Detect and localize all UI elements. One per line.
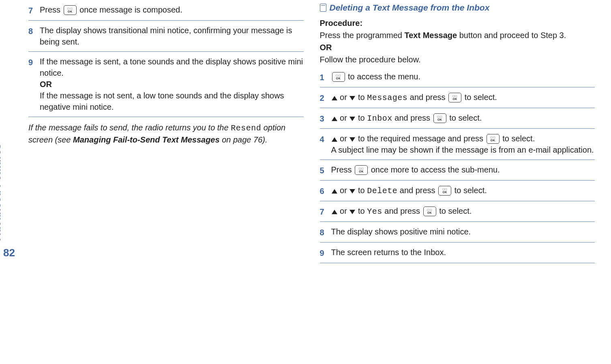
- ok-top: ▢▢: [490, 136, 495, 139]
- step-body: or to Messages and press ▢▢OK to select.: [331, 92, 595, 104]
- resend-code: Resend: [231, 123, 261, 133]
- page-number: 82: [3, 245, 15, 260]
- step-body: or to the required message and press ▢▢O…: [331, 133, 595, 155]
- text: to: [356, 113, 367, 122]
- ok-button-icon: ▢▢OK: [423, 206, 436, 216]
- text: Follow the procedure below.: [320, 54, 595, 65]
- step-7r: 7 or to Yes and press ▢▢OK to select.: [320, 203, 595, 222]
- menu-item: Yes: [367, 207, 382, 216]
- text: to: [356, 186, 367, 195]
- or-label: OR: [40, 79, 304, 90]
- step-body: Press ▢▢ OK once message is composed.: [40, 4, 304, 15]
- text: and press: [407, 93, 448, 102]
- step-9r: 9 The screen returns to the Inbox.: [320, 244, 595, 263]
- text: and press: [392, 113, 433, 122]
- text: Press the programmed: [320, 31, 405, 40]
- ok-button-icon: ▢▢OK: [355, 165, 368, 175]
- text: Press: [40, 5, 63, 14]
- ok-top: ▢▢: [67, 7, 73, 10]
- section-label: Advanced Features: [0, 144, 4, 241]
- menu-item: Messages: [367, 93, 407, 102]
- procedure-intro: Procedure: Press the programmed Text Mes…: [320, 17, 595, 65]
- down-arrow-icon: [349, 189, 355, 194]
- step-number: 4: [320, 133, 331, 145]
- text: or: [338, 206, 349, 215]
- step-body: or to Delete and press ▢▢OK to select.: [331, 185, 595, 197]
- step-number: 2: [320, 92, 331, 104]
- text: and press: [397, 186, 437, 195]
- up-arrow-icon: [332, 137, 337, 142]
- ok-button-icon: ▢▢OK: [332, 72, 345, 82]
- step-body: The screen returns to the Inbox.: [331, 247, 595, 258]
- text: to select.: [462, 93, 497, 102]
- sub-text: A subject line may be shown if the messa…: [331, 144, 595, 155]
- left-column: 7 Press ▢▢ OK once message is composed. …: [28, 2, 304, 265]
- crossref: Managing Fail-to-Send Text Messages: [73, 135, 220, 144]
- text: If the message fails to send, the radio …: [28, 123, 231, 132]
- up-arrow-icon: [332, 96, 337, 100]
- down-arrow-icon: [349, 117, 355, 121]
- note-paragraph: If the message fails to send, the radio …: [28, 122, 304, 145]
- text: to: [356, 206, 367, 215]
- menu-item: Delete: [367, 186, 397, 196]
- text: once more to access the sub-menu.: [369, 165, 500, 174]
- ok-bottom: OK: [427, 211, 432, 215]
- text: or: [338, 113, 349, 122]
- step-8: 8 The display shows transitional mini no…: [28, 22, 304, 52]
- step-5: 5 Press ▢▢OK once more to access the sub…: [320, 162, 595, 181]
- section-heading: Deleting a Text Message from the Inbox: [320, 2, 595, 13]
- step-body: ▢▢OK to access the menu.: [331, 71, 595, 82]
- down-arrow-icon: [349, 210, 355, 214]
- text: or: [338, 186, 349, 195]
- step-number: 5: [320, 164, 331, 176]
- button-ref: Text Message: [404, 31, 457, 40]
- ok-bottom: OK: [336, 77, 341, 80]
- text: and press: [382, 206, 422, 215]
- step-1: 1 ▢▢OK to access the menu.: [320, 68, 595, 87]
- text: to: [356, 93, 367, 102]
- step-7: 7 Press ▢▢ OK once message is composed.: [28, 2, 304, 21]
- heading-text: Deleting a Text Message from the Inbox: [330, 2, 490, 13]
- up-arrow-icon: [332, 210, 337, 214]
- ok-button-icon: ▢▢OK: [433, 113, 446, 123]
- text: to select.: [452, 186, 487, 195]
- ok-button-icon: ▢▢OK: [438, 186, 451, 196]
- step-number: 1: [320, 71, 331, 83]
- left-margin: Advanced Features 82: [0, 0, 28, 265]
- step-body: or to Inbox and press ▢▢OK to select.: [331, 112, 595, 124]
- page: Advanced Features 82 7 Press ▢▢ OK once …: [0, 0, 611, 265]
- step-number: 8: [320, 226, 331, 238]
- text: If the message is sent, a tone sounds an…: [40, 56, 304, 79]
- ok-bottom: OK: [437, 118, 442, 121]
- ok-button-icon: ▢▢ OK: [64, 5, 77, 15]
- procedure-label: Procedure:: [320, 19, 363, 28]
- step-number: 9: [320, 247, 331, 259]
- step-number: 7: [28, 4, 40, 16]
- text: button and proceed to Step 3.: [457, 31, 566, 40]
- text: or: [338, 93, 349, 102]
- ok-button-icon: ▢▢OK: [448, 93, 461, 102]
- down-arrow-icon: [349, 137, 355, 142]
- text: to access the menu.: [348, 72, 420, 81]
- ok-top: ▢▢: [359, 167, 364, 170]
- step-6: 6 or to Delete and press ▢▢OK to select.: [320, 182, 595, 201]
- text: once message is composed.: [79, 5, 182, 14]
- text: or: [338, 134, 349, 143]
- text: Press: [331, 165, 354, 174]
- ok-bottom: OK: [442, 191, 447, 194]
- ok-top: ▢▢: [427, 208, 432, 211]
- text: If the message is not sent, a low tone s…: [40, 90, 304, 113]
- ok-top: ▢▢: [437, 115, 442, 118]
- step-4: 4 or to the required message and press ▢…: [320, 130, 595, 160]
- text: to the required message and press: [356, 134, 485, 143]
- up-arrow-icon: [332, 189, 337, 194]
- ok-top: ▢▢: [452, 94, 458, 98]
- step-8r: 8 The display shows positive mini notice…: [320, 224, 595, 243]
- menu-item: Inbox: [367, 114, 392, 123]
- step-number: 6: [320, 185, 331, 197]
- text: to select.: [500, 134, 535, 143]
- step-2: 2 or to Messages and press ▢▢OK to selec…: [320, 89, 595, 108]
- step-9: 9 If the message is sent, a tone sounds …: [28, 53, 304, 117]
- step-number: 3: [320, 112, 331, 124]
- down-arrow-icon: [349, 96, 355, 100]
